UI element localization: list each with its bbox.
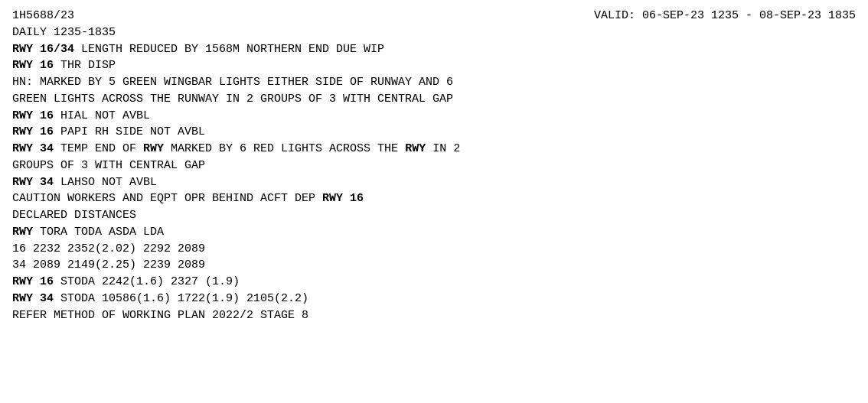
line-9: RWY 34 LAHSO NOT AVBL — [12, 174, 856, 191]
line-11-text: DECLARED DISTANCES — [12, 209, 136, 222]
line-3-text: HN: MARKED BY 5 GREEN WINGBAR LIGHTS EIT… — [12, 76, 453, 89]
line-12: RWY TORA TODA ASDA LDA — [12, 224, 856, 241]
line-17: REFER METHOD OF WORKING PLAN 2022/2 STAG… — [12, 307, 856, 324]
line-1-rwy: RWY 16/34 — [12, 43, 74, 56]
line-16-rwy: RWY 34 — [12, 292, 54, 305]
line-4: GREEN LIGHTS ACROSS THE RUNWAY IN 2 GROU… — [12, 91, 856, 108]
line-8: GROUPS OF 3 WITH CENTRAL GAP — [12, 158, 856, 174]
line-15-rwy: RWY 16 — [12, 275, 54, 288]
line-9-rwy: RWY 34 — [12, 176, 54, 189]
line-5: RWY 16 HIAL NOT AVBL — [12, 108, 856, 125]
line-16: RWY 34 STODA 10586(1.6) 1722(1.9) 2105(2… — [12, 291, 856, 307]
line-11: DECLARED DISTANCES — [12, 207, 856, 224]
line-6-rwy: RWY 16 — [12, 125, 54, 138]
line-10-rwy: RWY 16 — [322, 192, 364, 205]
line-7-text2: MARKED BY 6 RED LIGHTS ACROSS THE — [164, 142, 405, 155]
line-2: RWY 16 THR DISP — [12, 57, 856, 74]
line-5-rwy: RWY 16 — [12, 109, 54, 122]
line-7-rwy2: RWY — [405, 142, 426, 155]
line-6: RWY 16 PAPI RH SIDE NOT AVBL — [12, 124, 856, 141]
line-3: HN: MARKED BY 5 GREEN WINGBAR LIGHTS EIT… — [12, 74, 856, 91]
line-12-cols: TORA TODA ASDA LDA — [33, 226, 164, 239]
line-2-rest: THR DISP — [54, 59, 116, 72]
line-10-text: CAUTION WORKERS AND EQPT OPR BEHIND ACFT… — [12, 192, 322, 205]
line-14-text: 34 2089 2149(2.25) 2239 2089 — [12, 258, 205, 271]
line-10: CAUTION WORKERS AND EQPT OPR BEHIND ACFT… — [12, 190, 856, 207]
line-15: RWY 16 STODA 2242(1.6) 2327 (1.9) — [12, 274, 856, 291]
line-6-rest: PAPI RH SIDE NOT AVBL — [54, 125, 205, 138]
line-daily-text: DAILY 1235-1835 — [12, 26, 116, 39]
notam-header: 1H5688/23 VALID: 06-SEP-23 1235 - 08-SEP… — [12, 8, 856, 24]
line-7: RWY 34 TEMP END OF RWY MARKED BY 6 RED L… — [12, 141, 856, 158]
line-12-rwy-header: RWY — [12, 226, 33, 239]
line-13-text: 16 2232 2352(2.02) 2292 2089 — [12, 242, 205, 255]
line-7-rwy: RWY — [143, 142, 164, 155]
line-4-text: GREEN LIGHTS ACROSS THE RUNWAY IN 2 GROU… — [12, 93, 453, 106]
notam-body: DAILY 1235-1835 RWY 16/34 LENGTH REDUCED… — [12, 24, 856, 324]
line-14: 34 2089 2149(2.25) 2239 2089 — [12, 257, 856, 274]
line-7-text1: TEMP END OF — [54, 142, 143, 155]
line-16-rest: STODA 10586(1.6) 1722(1.9) 2105(2.2) — [54, 292, 308, 305]
line-8-text: GROUPS OF 3 WITH CENTRAL GAP — [12, 159, 205, 172]
line-9-rest: LAHSO NOT AVBL — [54, 176, 157, 189]
line-daily: DAILY 1235-1835 — [12, 24, 856, 41]
notam-container: 1H5688/23 VALID: 06-SEP-23 1235 - 08-SEP… — [12, 8, 856, 323]
line-13: 16 2232 2352(2.02) 2292 2089 — [12, 241, 856, 258]
line-5-rest: HIAL NOT AVBL — [54, 109, 150, 122]
line-7-text3: IN 2 — [426, 142, 460, 155]
line-7-rwy34: RWY 34 — [12, 142, 54, 155]
line-2-rwy: RWY 16 — [12, 59, 54, 72]
notam-id: 1H5688/23 — [12, 8, 74, 24]
notam-valid: VALID: 06-SEP-23 1235 - 08-SEP-23 1835 — [594, 8, 856, 24]
line-17-text: REFER METHOD OF WORKING PLAN 2022/2 STAG… — [12, 309, 308, 322]
line-1: RWY 16/34 LENGTH REDUCED BY 1568M NORTHE… — [12, 41, 856, 58]
line-1-rest: LENGTH REDUCED BY 1568M NORTHERN END DUE… — [74, 43, 384, 56]
line-15-rest: STODA 2242(1.6) 2327 (1.9) — [54, 275, 240, 288]
